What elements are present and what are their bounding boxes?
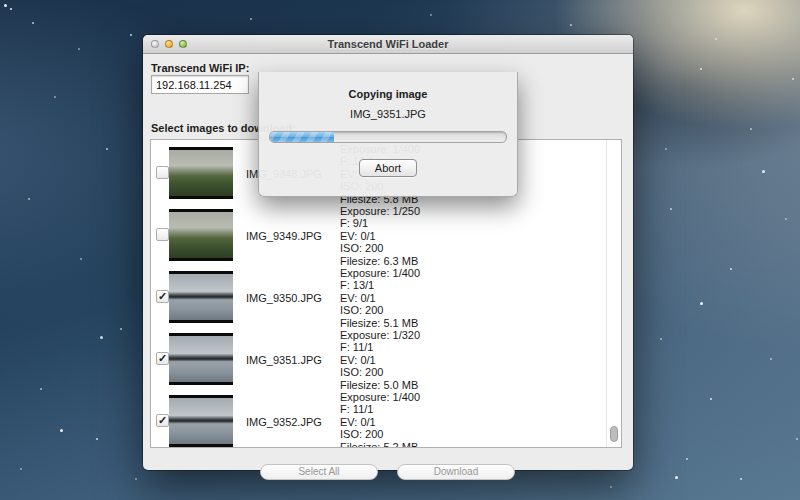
sheet-filename: IMG_9351.JPG bbox=[259, 108, 517, 120]
download-button[interactable]: Download bbox=[397, 464, 515, 480]
traffic-lights bbox=[151, 40, 187, 48]
image-checkbox[interactable] bbox=[156, 166, 169, 179]
image-checkbox[interactable]: ✓ bbox=[156, 290, 169, 303]
image-exif: Exposure: 1/250F: 9/1EV: 0/1ISO: 200File… bbox=[340, 205, 420, 267]
app-window: Transcend WiFi Loader Transcend WiFi IP:… bbox=[143, 35, 633, 470]
window-content: Transcend WiFi IP: Select images to down… bbox=[143, 54, 633, 470]
image-thumbnail bbox=[169, 147, 233, 199]
image-thumbnail bbox=[169, 333, 233, 385]
progress-bar bbox=[269, 131, 507, 143]
image-exif: Exposure: 1/400F: 11/1EV: 0/1ISO: 200Fil… bbox=[340, 391, 420, 448]
scrollbar-track[interactable] bbox=[606, 140, 621, 447]
image-thumbnail bbox=[169, 209, 233, 261]
window-title: Transcend WiFi Loader bbox=[143, 35, 633, 53]
abort-button[interactable]: Abort bbox=[359, 159, 417, 177]
minimize-button[interactable] bbox=[165, 40, 173, 48]
image-filename: IMG_9351.JPG bbox=[246, 354, 322, 366]
image-filename: IMG_9352.JPG bbox=[246, 416, 322, 428]
close-button[interactable] bbox=[151, 40, 159, 48]
copying-sheet: Copying image IMG_9351.JPG Abort bbox=[258, 72, 518, 197]
image-row: ✓ IMG_9350.JPG Exposure: 1/400F: 13/1EV:… bbox=[151, 266, 606, 328]
image-checkbox[interactable] bbox=[156, 228, 169, 241]
image-checkbox[interactable]: ✓ bbox=[156, 352, 169, 365]
scrollbar-thumb[interactable] bbox=[610, 426, 618, 442]
image-exif: Exposure: 1/400F: 13/1EV: 0/1ISO: 200Fil… bbox=[340, 267, 420, 329]
image-checkbox[interactable]: ✓ bbox=[156, 414, 169, 427]
image-exif: Exposure: 1/320F: 11/1EV: 0/1ISO: 200Fil… bbox=[340, 329, 420, 391]
star-field-bright bbox=[4, 4, 7, 7]
ip-input[interactable] bbox=[151, 75, 249, 94]
ip-field-label: Transcend WiFi IP: bbox=[151, 62, 249, 74]
image-row: ✓ IMG_9352.JPG Exposure: 1/400F: 11/1EV:… bbox=[151, 390, 606, 448]
image-row: IMG_9349.JPG Exposure: 1/250F: 9/1EV: 0/… bbox=[151, 204, 606, 266]
image-filename: IMG_9349.JPG bbox=[246, 230, 322, 242]
title-bar[interactable]: Transcend WiFi Loader bbox=[143, 35, 633, 54]
image-filename: IMG_9350.JPG bbox=[246, 292, 322, 304]
zoom-button[interactable] bbox=[179, 40, 187, 48]
sheet-title: Copying image bbox=[259, 88, 517, 100]
image-row: ✓ IMG_9351.JPG Exposure: 1/320F: 11/1EV:… bbox=[151, 328, 606, 390]
progress-bar-fill bbox=[270, 132, 334, 142]
select-all-button[interactable]: Select All bbox=[260, 464, 378, 480]
image-thumbnail bbox=[169, 395, 233, 447]
image-thumbnail bbox=[169, 271, 233, 323]
star-field bbox=[10, 8, 12, 10]
